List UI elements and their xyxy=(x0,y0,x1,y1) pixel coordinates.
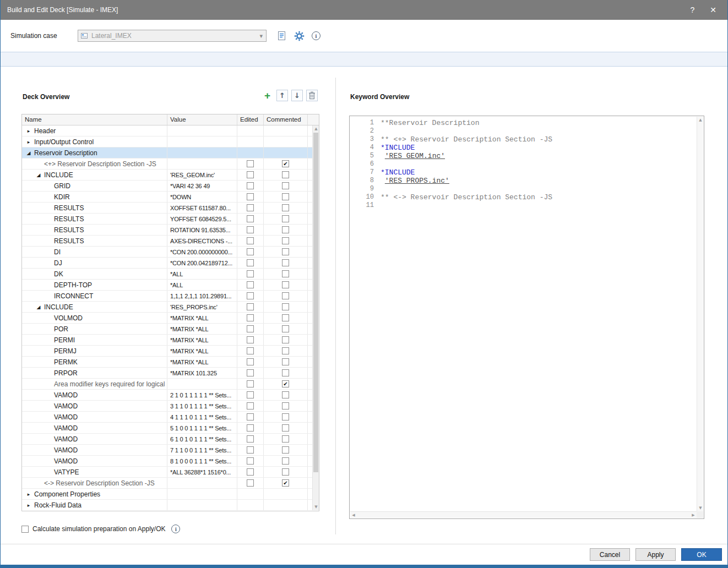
commented-checkbox[interactable]: ✔ xyxy=(282,479,289,487)
table-row[interactable]: VAMOD8 1 0 0 0 1 1 1 ** Sets... xyxy=(22,456,313,467)
table-row[interactable]: RESULTSROTATION 91.63535... xyxy=(22,225,313,236)
include-file-link[interactable]: 'RES_PROPS.inc' xyxy=(385,177,449,185)
table-row[interactable]: DI*CON 200.000000000... xyxy=(22,247,313,258)
table-row[interactable]: PERMK*MATRIX *ALL xyxy=(22,357,313,368)
table-row[interactable]: VAMOD5 1 0 0 1 1 1 1 ** Sets... xyxy=(22,423,313,434)
edited-checkbox[interactable] xyxy=(247,336,254,343)
commented-checkbox[interactable] xyxy=(282,259,289,266)
edited-checkbox[interactable] xyxy=(247,226,254,233)
commented-checkbox[interactable] xyxy=(282,369,289,376)
keyword-editor[interactable]: 1**Reservoir Description23** <+> Reservo… xyxy=(349,116,704,519)
expand-arrow-icon[interactable]: ▸ xyxy=(24,491,33,497)
table-row[interactable]: ◢Reservoir Description xyxy=(22,148,313,159)
add-keyword-button[interactable]: + xyxy=(262,90,273,101)
edited-checkbox[interactable] xyxy=(247,468,254,476)
commented-checkbox[interactable]: ✔ xyxy=(282,380,289,387)
edited-checkbox[interactable] xyxy=(247,248,254,255)
edited-checkbox[interactable] xyxy=(247,237,254,244)
table-row[interactable]: PERMJ*MATRIX *ALL xyxy=(22,346,313,357)
edited-checkbox[interactable] xyxy=(247,424,254,432)
table-row[interactable]: ▸Input/Output Control xyxy=(22,136,313,148)
collapse-arrow-icon[interactable]: ◢ xyxy=(34,304,43,310)
commented-checkbox[interactable] xyxy=(282,413,289,420)
commented-checkbox[interactable] xyxy=(282,292,289,299)
close-button[interactable]: ✕ xyxy=(710,6,716,14)
table-row[interactable]: PRPOR*MATRIX 101.325 xyxy=(22,368,313,379)
delete-button[interactable] xyxy=(306,90,318,101)
expand-arrow-icon[interactable]: ▸ xyxy=(24,503,33,508)
table-row[interactable]: ▸Header xyxy=(22,125,313,136)
table-row[interactable]: Area modifier keys required for logical … xyxy=(22,379,313,390)
table-row[interactable]: IRCONNECT1,1,1 2,1,1 101.29891... xyxy=(22,291,313,302)
table-row[interactable]: DJ*CON 200.042189712... xyxy=(22,258,313,269)
edited-checkbox[interactable] xyxy=(247,270,254,277)
move-up-button[interactable]: ↑ xyxy=(276,90,288,101)
table-row[interactable]: RESULTSAXES-DIRECTIONS -... xyxy=(22,236,313,247)
commented-checkbox[interactable] xyxy=(282,226,289,233)
table-row[interactable]: ▸Component Properties xyxy=(22,489,313,500)
edited-checkbox[interactable] xyxy=(247,413,254,420)
edited-checkbox[interactable] xyxy=(247,182,254,189)
help-button[interactable]: ? xyxy=(690,6,694,14)
keyword-vscrollbar[interactable]: ▲ ▼ xyxy=(697,117,703,511)
info-icon[interactable]: i xyxy=(171,525,180,533)
table-row[interactable]: VAMOD2 1 0 1 1 1 1 1 ** Sets... xyxy=(22,390,313,401)
commented-checkbox[interactable] xyxy=(282,402,289,409)
edited-checkbox[interactable] xyxy=(247,435,254,443)
table-row[interactable]: PERMI*MATRIX *ALL xyxy=(22,335,313,346)
scroll-up-icon[interactable]: ▲ xyxy=(313,125,319,132)
table-row[interactable]: ◢INCLUDE'RES_PROPS.inc' xyxy=(22,302,313,313)
edited-checkbox[interactable] xyxy=(247,160,254,167)
commented-checkbox[interactable] xyxy=(282,424,289,432)
table-row[interactable]: VAMOD4 1 1 1 0 1 1 1 ** Sets... xyxy=(22,412,313,423)
collapse-arrow-icon[interactable]: ◢ xyxy=(24,150,33,156)
table-row[interactable]: GRID*VARI 42 36 49 xyxy=(22,181,313,192)
commented-checkbox[interactable] xyxy=(282,204,289,211)
edited-checkbox[interactable] xyxy=(247,314,254,321)
edited-checkbox[interactable] xyxy=(247,446,254,454)
commented-checkbox[interactable] xyxy=(282,270,289,277)
edited-checkbox[interactable] xyxy=(247,347,254,354)
table-row[interactable]: DEPTH-TOP*ALL xyxy=(22,280,313,291)
table-row[interactable]: POR*MATRIX *ALL xyxy=(22,324,313,335)
commented-checkbox[interactable] xyxy=(282,314,289,321)
move-down-button[interactable]: ↓ xyxy=(291,90,303,101)
commented-checkbox[interactable] xyxy=(282,358,289,365)
cancel-button[interactable]: Cancel xyxy=(590,548,630,561)
simulation-case-combobox[interactable]: Lateral_IMEX ▾ xyxy=(78,30,267,42)
table-row[interactable]: <-> Reservoir Description Section -JS✔ xyxy=(22,478,313,489)
settings-button[interactable] xyxy=(292,29,306,43)
table-row[interactable]: DK*ALL xyxy=(22,269,313,280)
edited-checkbox[interactable] xyxy=(247,457,254,465)
commented-checkbox[interactable] xyxy=(282,237,289,244)
keyword-hscrollbar[interactable]: ◀ ▶ xyxy=(350,511,697,518)
scrollbar-thumb[interactable] xyxy=(313,133,318,472)
edited-checkbox[interactable] xyxy=(247,281,254,288)
table-row[interactable]: ▸Rock-Fluid Data xyxy=(22,500,313,510)
edited-checkbox[interactable] xyxy=(247,358,254,365)
commented-checkbox[interactable] xyxy=(282,347,289,354)
commented-checkbox[interactable] xyxy=(282,171,289,178)
edited-checkbox[interactable] xyxy=(247,380,254,387)
scroll-down-icon[interactable]: ▼ xyxy=(697,505,704,511)
table-row[interactable]: RESULTSYOFFSET 6084529.5... xyxy=(22,214,313,225)
collapse-arrow-icon[interactable]: ◢ xyxy=(34,172,43,178)
edit-dataset-button[interactable] xyxy=(274,29,289,43)
expand-arrow-icon[interactable]: ▸ xyxy=(24,139,33,145)
expand-arrow-icon[interactable]: ▸ xyxy=(24,128,33,134)
table-row[interactable]: KDIR*DOWN xyxy=(22,192,313,203)
edited-checkbox[interactable] xyxy=(247,325,254,332)
table-row[interactable]: VATYPE*ALL 36288*1 1516*0... xyxy=(22,467,313,478)
edited-checkbox[interactable] xyxy=(247,193,254,200)
commented-checkbox[interactable] xyxy=(282,303,289,310)
ok-button[interactable]: OK xyxy=(681,548,722,561)
commented-checkbox[interactable] xyxy=(282,193,289,200)
info-icon[interactable]: i xyxy=(312,31,320,40)
commented-checkbox[interactable] xyxy=(282,435,289,443)
scroll-left-icon[interactable]: ◀ xyxy=(350,512,357,518)
scroll-right-icon[interactable]: ▶ xyxy=(690,512,697,518)
commented-checkbox[interactable] xyxy=(282,446,289,454)
include-file-link[interactable]: 'RES_GEOM.inc' xyxy=(385,152,445,160)
calculate-preparation-checkbox[interactable] xyxy=(21,526,29,533)
table-row[interactable]: <+> Reservoir Description Section -JS✔ xyxy=(22,159,313,170)
